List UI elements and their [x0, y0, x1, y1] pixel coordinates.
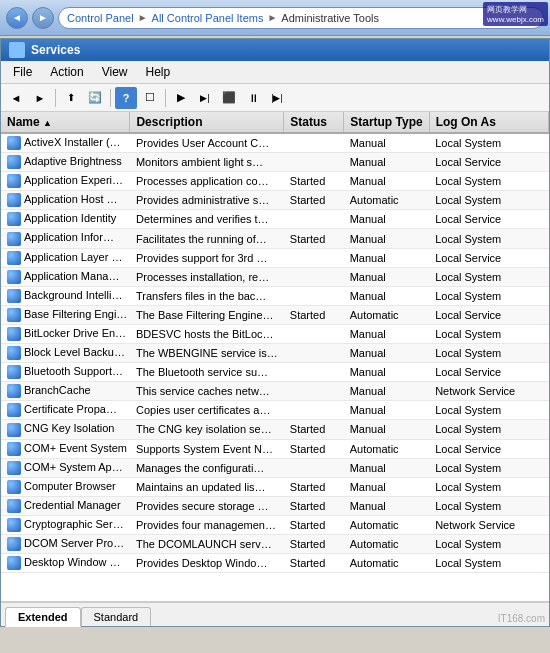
cell-name: Application Host …: [1, 191, 130, 210]
service-icon: [7, 327, 21, 341]
service-icon: [7, 212, 21, 226]
menu-help[interactable]: Help: [138, 63, 179, 81]
back-button[interactable]: ◄: [6, 7, 28, 29]
cell-startup: Manual: [344, 324, 429, 343]
cell-desc: Provides secure storage …: [130, 496, 284, 515]
menu-bar: File Action View Help: [1, 61, 549, 84]
cell-desc: Supports System Event N…: [130, 439, 284, 458]
cell-status: Started: [284, 515, 344, 534]
cell-status: Started: [284, 496, 344, 515]
table-row[interactable]: Cryptographic Ser… Provides four managem…: [1, 515, 549, 534]
cell-startup: Automatic: [344, 191, 429, 210]
services-table-container[interactable]: Name ▲ Description Status Startup Type L…: [1, 112, 549, 602]
table-row[interactable]: Application Layer … Provides support for…: [1, 248, 549, 267]
toolbar-sep3: [165, 89, 166, 107]
watermark: 网页教学网www.webjx.com: [483, 2, 548, 26]
table-row[interactable]: Application Mana… Processes installation…: [1, 267, 549, 286]
service-icon: [7, 365, 21, 379]
table-row[interactable]: DCOM Server Pro… The DCOMLAUNCH serv… St…: [1, 534, 549, 553]
toolbar-properties[interactable]: ☐: [139, 87, 161, 109]
table-row[interactable]: ActiveX Installer (… Provides User Accou…: [1, 133, 549, 153]
cell-name: Credential Manager: [1, 496, 130, 515]
table-row[interactable]: BranchCache This service caches netw… Ma…: [1, 382, 549, 401]
cell-status: [284, 248, 344, 267]
table-row[interactable]: Block Level Backu… The WBENGINE service …: [1, 344, 549, 363]
tab-extended[interactable]: Extended: [5, 607, 81, 627]
col-name[interactable]: Name ▲: [1, 112, 130, 133]
breadcrumb-sep2: ►: [267, 12, 277, 23]
table-row[interactable]: Credential Manager Provides secure stora…: [1, 496, 549, 515]
table-row[interactable]: Certificate Propa… Copies user certifica…: [1, 401, 549, 420]
tab-standard[interactable]: Standard: [81, 607, 152, 626]
col-desc[interactable]: Description: [130, 112, 284, 133]
toolbar-back[interactable]: ◄: [5, 87, 27, 109]
table-row[interactable]: Base Filtering Engi… The Base Filtering …: [1, 305, 549, 324]
toolbar-restart[interactable]: |▶|: [266, 87, 288, 109]
forward-button[interactable]: ►: [32, 7, 54, 29]
toolbar-stop[interactable]: ⬛: [218, 87, 240, 109]
service-icon: [7, 537, 21, 551]
menu-view[interactable]: View: [94, 63, 136, 81]
menu-action[interactable]: Action: [42, 63, 91, 81]
table-row[interactable]: COM+ System Ap… Manages the configurati……: [1, 458, 549, 477]
cell-name: Certificate Propa…: [1, 401, 130, 420]
table-row[interactable]: Application Infor… Facilitates the runni…: [1, 229, 549, 248]
cell-name: Desktop Window …: [1, 554, 130, 573]
cell-name: DCOM Server Pro…: [1, 534, 130, 553]
toolbar-sep1: [55, 89, 56, 107]
cell-status: Started: [284, 229, 344, 248]
cell-startup: Automatic: [344, 534, 429, 553]
table-row[interactable]: Computer Browser Maintains an updated li…: [1, 477, 549, 496]
toolbar-help[interactable]: ?: [115, 87, 137, 109]
col-startup[interactable]: Startup Type: [344, 112, 429, 133]
table-row[interactable]: BitLocker Drive En… BDESVC hosts the Bit…: [1, 324, 549, 343]
cell-status: Started: [284, 534, 344, 553]
toolbar-pause[interactable]: ⏸: [242, 87, 264, 109]
service-icon: [7, 423, 21, 437]
cell-desc: This service caches netw…: [130, 382, 284, 401]
cell-logon: Local Service: [429, 153, 548, 172]
toolbar-start-paused[interactable]: ▶|: [194, 87, 216, 109]
table-row[interactable]: Adaptive Brightness Monitors ambient lig…: [1, 153, 549, 172]
service-icon: [7, 136, 21, 150]
service-icon: [7, 499, 21, 513]
service-icon: [7, 289, 21, 303]
toolbar-start[interactable]: ▶: [170, 87, 192, 109]
toolbar-refresh[interactable]: 🔄: [84, 87, 106, 109]
table-row[interactable]: CNG Key Isolation The CNG key isolation …: [1, 420, 549, 439]
cell-name: Base Filtering Engi…: [1, 305, 130, 324]
cell-status: [284, 458, 344, 477]
cell-status: [284, 344, 344, 363]
corner-text: IT168.com: [498, 613, 545, 626]
cell-startup: Manual: [344, 248, 429, 267]
toolbar-up[interactable]: ⬆: [60, 87, 82, 109]
col-status[interactable]: Status: [284, 112, 344, 133]
table-row[interactable]: Background Intelli… Transfers files in t…: [1, 286, 549, 305]
forward-icon: ►: [38, 12, 48, 23]
table-row[interactable]: Desktop Window … Provides Desktop Windo……: [1, 554, 549, 573]
cell-startup: Manual: [344, 420, 429, 439]
toolbar-forward[interactable]: ►: [29, 87, 51, 109]
cell-status: [284, 153, 344, 172]
table-row[interactable]: COM+ Event System Supports System Event …: [1, 439, 549, 458]
cell-desc: The DCOMLAUNCH serv…: [130, 534, 284, 553]
cell-name: Computer Browser: [1, 477, 130, 496]
cell-startup: Manual: [344, 153, 429, 172]
breadcrumb-all[interactable]: All Control Panel Items: [152, 12, 264, 24]
breadcrumb-cp[interactable]: Control Panel: [67, 12, 134, 24]
table-row[interactable]: Application Host … Provides administrati…: [1, 191, 549, 210]
table-row[interactable]: Application Experi… Processes applicatio…: [1, 172, 549, 191]
service-icon: [7, 461, 21, 475]
menu-file[interactable]: File: [5, 63, 40, 81]
cell-status: [284, 401, 344, 420]
cell-logon: Local Service: [429, 210, 548, 229]
cell-status: Started: [284, 420, 344, 439]
table-row[interactable]: Application Identity Determines and veri…: [1, 210, 549, 229]
cell-startup: Manual: [344, 286, 429, 305]
cell-desc: The Bluetooth service su…: [130, 363, 284, 382]
col-logon[interactable]: Log On As: [429, 112, 548, 133]
table-row[interactable]: Bluetooth Support… The Bluetooth service…: [1, 363, 549, 382]
cell-logon: Local System: [429, 344, 548, 363]
cell-status: Started: [284, 439, 344, 458]
cell-status: Started: [284, 554, 344, 573]
